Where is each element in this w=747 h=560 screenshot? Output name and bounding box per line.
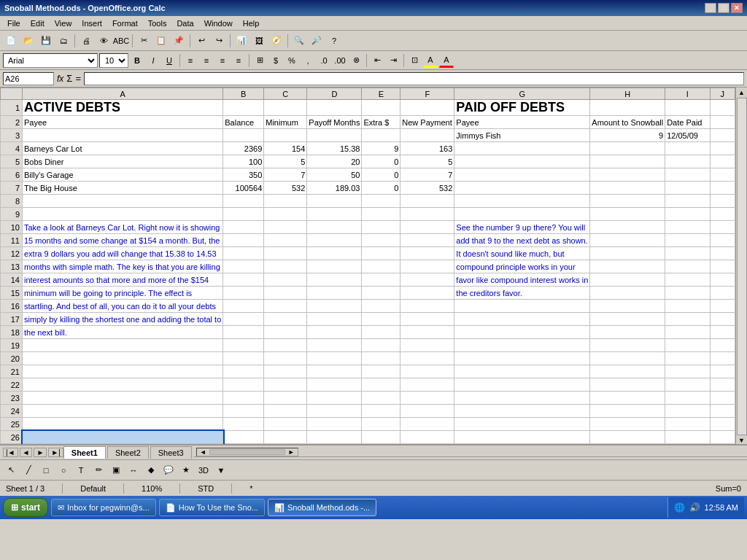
cell-I26[interactable] — [665, 431, 710, 444]
cell-reference-input[interactable] — [3, 72, 54, 85]
cell-A2[interactable]: Payee — [23, 116, 223, 129]
cell-G10[interactable]: See the number 9 up there? You will — [454, 221, 590, 234]
menu-tools[interactable]: Tools — [144, 18, 171, 29]
window-controls[interactable]: _ □ ✕ — [705, 3, 743, 13]
cell-J6[interactable] — [710, 168, 735, 182]
cell-I9[interactable] — [665, 208, 710, 221]
cell-I3[interactable]: 12/05/09 — [665, 129, 710, 142]
cell-A1[interactable]: ACTIVE DEBTS — [23, 100, 223, 116]
cell-C13[interactable] — [264, 260, 307, 273]
cell-B1[interactable] — [223, 100, 264, 116]
cell-F5[interactable]: 5 — [400, 155, 454, 168]
cell-I15[interactable] — [665, 287, 710, 300]
cell-G5[interactable] — [454, 155, 590, 168]
cell-G11[interactable]: add that 9 to the next debt as shown. — [454, 234, 590, 247]
indent-right-button[interactable]: ⇥ — [386, 53, 400, 68]
borders-button[interactable]: ⊡ — [407, 53, 422, 68]
cell-H3[interactable]: 9 — [590, 129, 665, 142]
cell-F3[interactable] — [400, 129, 454, 142]
cell-C21[interactable] — [264, 365, 307, 378]
close-button[interactable]: ✕ — [731, 3, 743, 13]
cell-H13[interactable] — [590, 260, 665, 273]
col-header-f[interactable]: F — [400, 88, 454, 100]
undo-button[interactable]: ↩ — [193, 33, 209, 49]
cell-F15[interactable] — [400, 287, 454, 300]
horizontal-scrollbar[interactable]: ◄ ► — [196, 448, 298, 456]
cell-E18[interactable] — [362, 326, 400, 339]
cell-J22[interactable] — [710, 378, 735, 392]
bg-color-button[interactable]: A — [423, 53, 438, 68]
cell-G12[interactable]: It doesn't sound like much, but — [454, 247, 590, 260]
cell-H11[interactable] — [590, 234, 665, 247]
task-inbox[interactable]: ✉ Inbox for pegwinn@s... — [51, 499, 156, 516]
cell-F23[interactable] — [400, 392, 454, 405]
cell-C12[interactable] — [264, 247, 307, 260]
cell-H25[interactable] — [590, 418, 665, 431]
cell-B17[interactable] — [223, 313, 264, 326]
grid-scroll-area[interactable]: A B C D E F G H I J 1ACTIVE DEBTSPAID OF… — [0, 88, 735, 444]
cell-D5[interactable]: 20 — [307, 155, 362, 168]
indent-left-button[interactable]: ⇤ — [370, 53, 384, 68]
cell-G8[interactable] — [454, 195, 590, 208]
cell-B2[interactable]: Balance — [223, 116, 264, 129]
col-header-c[interactable]: C — [264, 88, 307, 100]
cell-E24[interactable] — [362, 405, 400, 418]
thousands-button[interactable]: , — [301, 53, 315, 68]
cell-J7[interactable] — [710, 182, 735, 195]
cell-I10[interactable] — [665, 221, 710, 234]
cell-C2[interactable]: Minimum — [264, 116, 307, 129]
cell-E25[interactable] — [362, 418, 400, 431]
cell-E12[interactable] — [362, 247, 400, 260]
cell-H10[interactable] — [590, 221, 665, 234]
cell-F4[interactable]: 163 — [400, 142, 454, 155]
cell-C4[interactable]: 154 — [264, 142, 307, 155]
del-format-button[interactable]: ⊗ — [349, 53, 363, 68]
cell-G15[interactable]: the creditors favor. — [454, 287, 590, 300]
cell-E1[interactable] — [362, 100, 400, 116]
cell-F18[interactable] — [400, 326, 454, 339]
save-all-button[interactable]: 🗂 — [55, 33, 71, 49]
zoom-out-button[interactable]: 🔍 — [291, 33, 307, 49]
cell-G16[interactable] — [454, 300, 590, 313]
cell-G6[interactable] — [454, 168, 590, 182]
cell-E8[interactable] — [362, 195, 400, 208]
cell-F2[interactable]: New Payment — [400, 116, 454, 129]
ellipse-tool[interactable]: ○ — [55, 462, 71, 478]
cell-C18[interactable] — [264, 326, 307, 339]
vertical-scrollbar[interactable]: ▲ ▼ — [735, 88, 747, 444]
cell-H20[interactable] — [590, 352, 665, 365]
cell-F10[interactable] — [400, 221, 454, 234]
cell-B10[interactable] — [223, 221, 264, 234]
cell-H18[interactable] — [590, 326, 665, 339]
cell-J20[interactable] — [710, 352, 735, 365]
task-snoball[interactable]: 📊 Snoball Method.ods -... — [268, 499, 376, 516]
cell-E19[interactable] — [362, 339, 400, 352]
cell-F21[interactable] — [400, 365, 454, 378]
cell-A17[interactable]: simply by killing the shortest one and a… — [23, 313, 223, 326]
cell-I7[interactable] — [665, 182, 710, 195]
cell-J17[interactable] — [710, 313, 735, 326]
cell-I12[interactable] — [665, 247, 710, 260]
cell-C19[interactable] — [264, 339, 307, 352]
cell-D3[interactable] — [307, 129, 362, 142]
cell-A9[interactable] — [23, 208, 223, 221]
cell-I16[interactable] — [665, 300, 710, 313]
line-tool[interactable]: ╱ — [20, 462, 36, 478]
menu-file[interactable]: File — [3, 18, 25, 29]
cell-F17[interactable] — [400, 313, 454, 326]
cell-A12[interactable]: extra 9 dollars you add will change that… — [23, 247, 223, 260]
cell-I6[interactable] — [665, 168, 710, 182]
cell-H23[interactable] — [590, 392, 665, 405]
cell-H5[interactable] — [590, 155, 665, 168]
col-header-h[interactable]: H — [590, 88, 665, 100]
cell-G13[interactable]: compound principle works in your — [454, 260, 590, 273]
cell-G25[interactable] — [454, 418, 590, 431]
cell-B24[interactable] — [223, 405, 264, 418]
print-button[interactable]: 🖨 — [78, 33, 94, 49]
cell-I17[interactable] — [665, 313, 710, 326]
cell-G18[interactable] — [454, 326, 590, 339]
paste-button[interactable]: 📌 — [171, 33, 187, 49]
cell-A5[interactable]: Bobs Diner — [23, 155, 223, 168]
cell-B23[interactable] — [223, 392, 264, 405]
cell-I11[interactable] — [665, 234, 710, 247]
